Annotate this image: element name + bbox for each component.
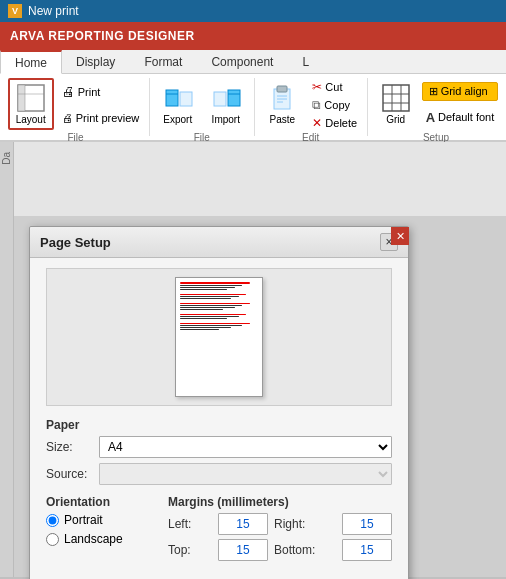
tab-more[interactable]: L: [288, 50, 324, 73]
ribbon-group-setup-content: Grid ⊞ Grid align A Default font: [374, 78, 499, 130]
export-label: Export: [163, 114, 192, 125]
dialog-red-close[interactable]: ✕: [391, 227, 409, 245]
top-margin-input[interactable]: [218, 539, 268, 561]
title-bar: V New print: [0, 0, 506, 22]
tab-format[interactable]: Format: [130, 50, 197, 73]
svg-rect-14: [277, 86, 287, 92]
grid-align-button[interactable]: ⊞ Grid align: [422, 82, 499, 101]
main-area: Page Setup × ✕: [14, 142, 506, 577]
margins-section: Margins (millimeters) Left: Right: Top: …: [168, 495, 392, 561]
paste-icon: [268, 84, 296, 112]
landscape-option[interactable]: Landscape: [46, 532, 156, 546]
left-panel-text: Da: [1, 152, 12, 165]
delete-button[interactable]: ✕ Delete: [308, 114, 361, 132]
orientation-margins-row: Orientation Portrait Landscape: [46, 495, 392, 571]
layout-button[interactable]: Layout: [8, 78, 54, 130]
layout-icon: [17, 84, 45, 112]
right-margin-input[interactable]: [342, 513, 392, 535]
grid-align-icon: ⊞: [429, 85, 438, 98]
dialog-header: Page Setup × ✕: [30, 227, 408, 258]
ribbon-content: Layout 🖨 Print 🖨 Print preview File: [0, 74, 506, 142]
dialog-body: Paper Size: A4 Source:: [30, 258, 408, 579]
print-button[interactable]: 🖨 Print: [58, 82, 144, 101]
source-row: Source:: [46, 463, 392, 485]
ribbon-group-file-content: Layout 🖨 Print 🖨 Print preview: [8, 78, 144, 130]
dialog-title: Page Setup: [40, 235, 111, 250]
print-preview-label: Print preview: [76, 112, 140, 124]
app-header-label: ARVA REPORTING DESIGNER: [10, 29, 195, 43]
setup-small-buttons: ⊞ Grid align A Default font: [422, 78, 499, 130]
svg-rect-7: [180, 92, 192, 106]
file-small-buttons: 🖨 Print 🖨 Print preview: [58, 78, 144, 130]
source-label: Source:: [46, 467, 91, 481]
orientation-section: Orientation Portrait Landscape: [46, 495, 156, 561]
import-label: Import: [212, 114, 240, 125]
tab-display[interactable]: Display: [62, 50, 130, 73]
delete-icon: ✕: [312, 116, 322, 130]
page-preview: [46, 268, 392, 406]
ribbon-group-export: Export Import File: [150, 78, 255, 136]
cut-label: Cut: [325, 81, 342, 93]
top-margin-label: Top:: [168, 543, 212, 557]
svg-rect-8: [228, 90, 240, 106]
print-preview-icon: 🖨: [62, 112, 73, 124]
main-content: Da Page Setup × ✕: [0, 142, 506, 577]
portrait-option[interactable]: Portrait: [46, 513, 156, 527]
paste-button[interactable]: Paste: [260, 78, 304, 130]
ribbon-group-edit: Paste ✂ Cut ⧉ Copy ✕ Delete Edit: [255, 78, 368, 136]
import-button[interactable]: Import: [204, 78, 248, 130]
orientation-options: Portrait Landscape: [46, 513, 156, 546]
landscape-label: Landscape: [64, 532, 123, 546]
svg-rect-12: [214, 92, 226, 106]
right-margin-label: Right:: [274, 517, 336, 531]
bottom-margin-input[interactable]: [342, 539, 392, 561]
default-font-label: Default font: [438, 111, 494, 123]
ribbon-group-file: Layout 🖨 Print 🖨 Print preview File: [2, 78, 150, 136]
grid-align-label: Grid align: [441, 85, 488, 97]
ribbon-tabs: Home Display Format Component L: [0, 50, 506, 74]
copy-icon: ⧉: [312, 98, 321, 112]
ribbon-group-export-content: Export Import: [156, 78, 248, 130]
size-select[interactable]: A4: [99, 436, 392, 458]
default-font-button[interactable]: A Default font: [422, 108, 499, 127]
left-margin-input[interactable]: [218, 513, 268, 535]
ribbon-group-setup: Grid ⊞ Grid align A Default font Setup: [368, 78, 504, 136]
print-icon: 🖨: [62, 84, 75, 99]
paper-section: Paper Size: A4 Source:: [46, 418, 392, 485]
export-icon: [164, 84, 192, 112]
paste-label: Paste: [270, 114, 296, 125]
export-button[interactable]: Export: [156, 78, 200, 130]
grid-icon: [382, 84, 410, 112]
page-setup-dialog: Page Setup × ✕: [29, 226, 409, 579]
margins-grid: Left: Right: Top: Bottom:: [168, 513, 392, 561]
left-panel: Da: [0, 142, 14, 577]
svg-rect-18: [383, 85, 409, 111]
import-icon: [212, 84, 240, 112]
svg-rect-1: [18, 85, 25, 111]
copy-label: Copy: [324, 99, 350, 111]
layout-label: Layout: [16, 114, 46, 125]
ribbon-group-edit-content: Paste ✂ Cut ⧉ Copy ✕ Delete: [260, 78, 361, 130]
size-row: Size: A4: [46, 436, 392, 458]
delete-label: Delete: [325, 117, 357, 129]
cut-button[interactable]: ✂ Cut: [308, 78, 361, 96]
edit-small-buttons: ✂ Cut ⧉ Copy ✕ Delete: [308, 78, 361, 130]
portrait-label: Portrait: [64, 513, 103, 527]
landscape-radio[interactable]: [46, 533, 59, 546]
margins-label: Margins (millimeters): [168, 495, 392, 509]
size-label: Size:: [46, 440, 91, 454]
grid-button[interactable]: Grid: [374, 78, 418, 130]
tab-home[interactable]: Home: [0, 50, 62, 74]
tab-component[interactable]: Component: [197, 50, 288, 73]
print-preview-button[interactable]: 🖨 Print preview: [58, 110, 144, 126]
font-icon: A: [426, 110, 435, 125]
app-icon: V: [8, 4, 22, 18]
cut-icon: ✂: [312, 80, 322, 94]
app-header: ARVA REPORTING DESIGNER: [0, 22, 506, 50]
grid-label: Grid: [386, 114, 405, 125]
svg-rect-3: [166, 90, 178, 106]
orientation-label: Orientation: [46, 495, 156, 509]
portrait-radio[interactable]: [46, 514, 59, 527]
copy-button[interactable]: ⧉ Copy: [308, 96, 361, 114]
source-select[interactable]: [99, 463, 392, 485]
